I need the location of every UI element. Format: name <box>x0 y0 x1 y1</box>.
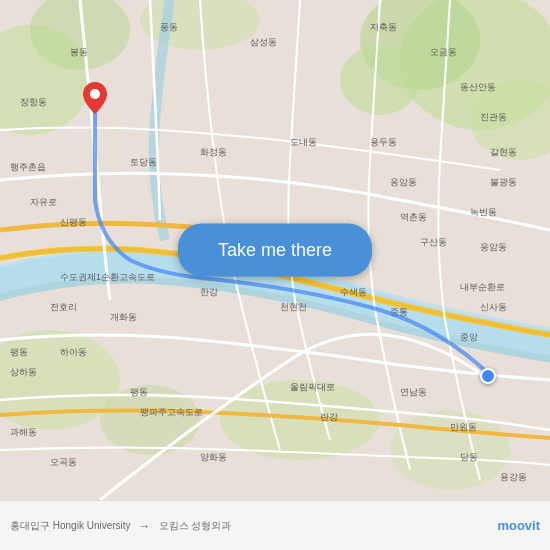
svg-text:화정동: 화정동 <box>200 147 227 157</box>
svg-text:내부순환로: 내부순환로 <box>460 282 505 292</box>
svg-text:수도권제1순환고속도로: 수도권제1순환고속도로 <box>60 272 155 282</box>
take-me-there-button[interactable]: Take me there <box>178 224 372 277</box>
svg-text:란강: 란강 <box>320 412 338 422</box>
svg-text:양화동: 양화동 <box>200 452 227 462</box>
moovit-logo: moovit <box>497 518 540 533</box>
branding: moovit <box>497 518 540 533</box>
svg-text:한강: 한강 <box>200 287 218 297</box>
svg-text:토당동: 토당동 <box>130 157 157 167</box>
svg-text:팽파주고속도로: 팽파주고속도로 <box>140 407 203 417</box>
svg-text:도내동: 도내동 <box>290 137 317 147</box>
svg-text:동산안동: 동산안동 <box>460 82 496 92</box>
svg-text:행주촌읍: 행주촌읍 <box>10 162 46 172</box>
svg-text:용강동: 용강동 <box>500 472 527 482</box>
svg-text:진관동: 진관동 <box>480 112 507 122</box>
svg-text:용두동: 용두동 <box>370 137 397 147</box>
svg-text:봉동: 봉동 <box>70 47 88 57</box>
origin-pin <box>83 82 107 118</box>
svg-text:상하동: 상하동 <box>10 367 37 377</box>
destination-pin <box>480 368 496 384</box>
map-container: 장항동 봉동 풍동 삼성동 지축동 오금동 동산안동 진관동 갈현동 불광동 행… <box>0 0 550 500</box>
svg-text:오곡동: 오곡동 <box>50 457 77 467</box>
svg-text:장항동: 장항동 <box>20 97 47 107</box>
svg-text:하아동: 하아동 <box>60 347 87 357</box>
svg-text:연남동: 연남동 <box>400 387 427 397</box>
route-info: 홍대입구 Hongik University → 오킴스 성형외과 <box>10 519 231 533</box>
svg-text:자유로: 자유로 <box>30 197 57 207</box>
svg-text:개화동: 개화동 <box>110 312 137 322</box>
svg-text:수색동: 수색동 <box>340 287 367 297</box>
svg-text:역촌동: 역촌동 <box>400 212 427 222</box>
svg-text:갈현동: 갈현동 <box>490 147 517 157</box>
svg-text:신평동: 신평동 <box>60 217 87 227</box>
svg-text:당동: 당동 <box>460 452 478 462</box>
svg-text:지축동: 지축동 <box>370 22 397 32</box>
svg-text:평동: 평동 <box>10 347 28 357</box>
svg-text:불광동: 불광동 <box>490 177 517 187</box>
arrow-icon: → <box>139 519 151 533</box>
bottom-bar: 홍대입구 Hongik University → 오킴스 성형외과 moovit <box>0 500 550 550</box>
svg-text:삼성동: 삼성동 <box>250 37 277 47</box>
svg-text:오금동: 오금동 <box>430 47 457 57</box>
svg-point-3 <box>340 45 420 115</box>
svg-text:중앙: 중앙 <box>460 332 478 342</box>
svg-text:구산동: 구산동 <box>420 237 447 247</box>
svg-text:전호리: 전호리 <box>50 302 77 312</box>
svg-text:올림픽대로: 올림픽대로 <box>290 382 335 392</box>
svg-text:평동: 평동 <box>130 387 148 397</box>
svg-text:과해동: 과해동 <box>10 427 37 437</box>
destination-label: 오킴스 성형외과 <box>159 519 232 533</box>
origin-label: 홍대입구 Hongik University <box>10 519 131 533</box>
svg-text:만원동: 만원동 <box>450 422 477 432</box>
svg-point-58 <box>90 89 100 99</box>
svg-text:응암동: 응암동 <box>390 177 417 187</box>
svg-text:응암동: 응암동 <box>480 242 507 252</box>
svg-text:녹번동: 녹번동 <box>470 207 497 217</box>
svg-text:풍동: 풍동 <box>160 22 178 32</box>
svg-text:신사동: 신사동 <box>480 302 507 312</box>
svg-text:천현천: 천현천 <box>280 302 307 312</box>
